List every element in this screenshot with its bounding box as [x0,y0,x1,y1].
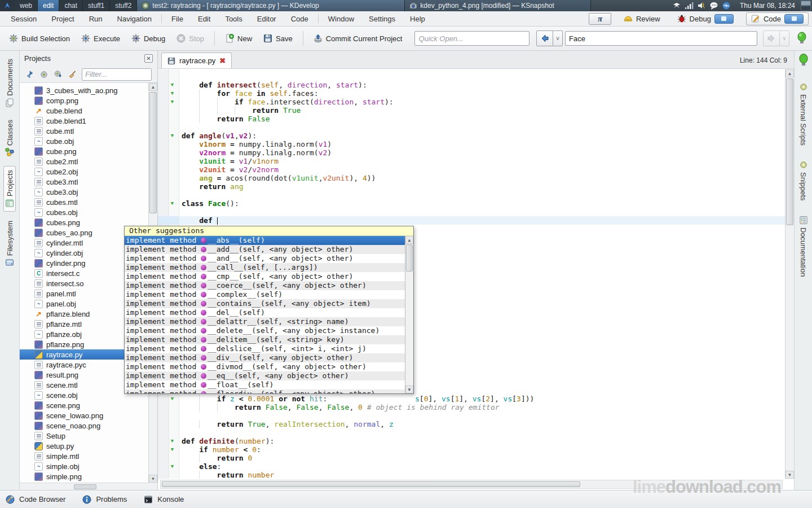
code-line[interactable] [179,428,785,437]
search-input[interactable]: Face [565,31,757,46]
moth-tray-icon[interactable] [672,1,681,10]
code-line[interactable]: ▼if number < 0: [179,445,785,454]
menu-code[interactable]: Code [284,15,316,23]
code-line[interactable]: v1norm = numpy.linalg.norm(v1) [179,140,785,148]
code-line[interactable]: return False, False, False, 0 # object i… [179,403,785,411]
completion-item[interactable]: implement method__delslice__(self, <int>… [125,344,405,353]
tree-item-simple.mtl[interactable]: simple.mtl [20,451,146,461]
menu-tools[interactable]: Tools [218,15,249,23]
tree-item-comp.png[interactable]: comp.png [20,95,146,106]
history-back-button[interactable] [536,30,553,46]
fold-marker-icon[interactable]: ▼ [167,462,177,471]
menu-run[interactable]: Run [82,15,110,23]
clean-broom-icon[interactable] [68,70,77,79]
chat-tray-icon[interactable] [709,1,718,10]
perspective-code[interactable]: Code [746,12,809,25]
scroll-thumb[interactable] [786,78,793,225]
quick-open-input[interactable]: Quick Open... [414,31,529,46]
tree-item-cubes.mtl[interactable]: cubes.mtl [20,197,146,207]
code-line[interactable] [179,123,785,132]
editor-tab-raytrace[interactable]: raytrace.py ✖ [161,52,232,68]
pi-button[interactable]: π [589,13,611,25]
quickfix-bulb-icon[interactable] [796,32,807,45]
stop-button[interactable]: Stop [172,31,209,46]
tree-item-cubes.obj[interactable]: ~cubes.obj [20,207,146,217]
completion-item[interactable]: implement method__delete__(self, <any ob… [125,326,405,335]
code-line[interactable]: ▼if face.intersect(direction, start): [179,98,785,106]
code-line[interactable]: ang = acos(round(dot(v1unit,v2unit), 4)) [179,174,785,182]
history-forward-dropdown[interactable]: ˅ [780,30,789,46]
scroll-thumb[interactable] [149,92,157,213]
volume-icon[interactable] [697,1,706,10]
debug-button[interactable]: Debug [127,31,170,46]
code-line[interactable]: ▼def angle(v1,v2): [179,132,785,140]
fold-marker-icon[interactable]: ▼ [167,199,177,208]
save-button[interactable]: Save [259,31,297,46]
tree-item-cube.png[interactable]: cube.png [20,146,146,156]
tree-item-scene_noao.png[interactable]: scene_noao.png [20,421,146,431]
code-line[interactable]: return True [179,106,785,115]
tree-item-simple.png[interactable]: simple.png [20,471,146,481]
code-line[interactable] [179,411,785,420]
tree-item-cube3.obj[interactable]: ~cube3.obj [20,187,146,197]
menu-settings[interactable]: Settings [361,15,403,23]
menu-window[interactable]: Window [321,15,361,23]
code-line[interactable]: ▼class Face(): [179,199,785,208]
fold-marker-icon[interactable]: ▼ [167,132,177,140]
completion-item[interactable]: implement method__add__(self, <any objec… [125,245,405,254]
completion-item[interactable]: implement method__call__(self, [...args]… [125,263,405,272]
taskbar-window-kdevelop[interactable]: test2: raytracing - [ raytracing/raytrac… [137,0,405,11]
tab-classes[interactable]: Classes [4,116,15,160]
taskbar-item-stuff2[interactable]: stuff2 [110,0,137,11]
close-panel-icon[interactable]: ✕ [144,54,153,63]
scroll-thumb[interactable] [406,244,413,271]
tab-documents[interactable]: Documents [4,55,15,111]
taskbar-item-chat[interactable]: chat [59,0,83,11]
tab-external-scripts[interactable]: External Scripts [799,82,808,146]
commit-button[interactable]: Commit Current Project [309,31,407,46]
scroll-up-arrow[interactable]: ▲ [405,236,413,244]
tree-item-cube.blend1[interactable]: cube.blend1 [20,116,146,126]
app-launcher-icon[interactable] [0,0,15,11]
fold-marker-icon[interactable]: ▼ [167,98,177,106]
reload-icon[interactable] [25,70,34,79]
tab-code-browser[interactable]: Code Browser [6,495,65,504]
completion-item[interactable]: implement method__eq__(self, <any object… [125,371,405,380]
history-forward-button[interactable] [763,30,780,46]
menu-help[interactable]: Help [403,15,433,23]
tree-item-cube.mtl[interactable]: cube.mtl [20,126,146,136]
completion-item[interactable]: implement method__floordiv__(self, <any … [125,389,405,393]
menu-session[interactable]: Session [3,15,44,23]
completion-item[interactable]: implement method__delattr__(self, <strin… [125,317,405,326]
fold-marker-icon[interactable]: ▼ [167,437,177,445]
tree-item-scene.png[interactable]: scene.png [20,400,146,410]
tab-problems[interactable]: Problems [82,495,127,504]
code-line[interactable]: ▼def definite(number): [179,437,785,445]
code-toolview-button[interactable] [784,14,804,24]
scroll-down-arrow[interactable]: ▼ [785,471,794,479]
menu-file[interactable]: File [164,15,191,23]
tree-item-cube2.mtl[interactable]: cube2.mtl [20,156,146,167]
tab-konsole[interactable]: Konsole [144,495,184,504]
tab-filesystem[interactable]: Filesystem [4,217,15,270]
taskbar-item-stuff1[interactable]: stuff1 [83,0,110,11]
code-line[interactable]: ▼for face in self.faces: [179,89,785,98]
history-back-dropdown[interactable]: ˅ [553,30,563,46]
completion-item[interactable]: implement method__cmp__(self, <any objec… [125,272,405,281]
menu-project[interactable]: Project [44,15,81,23]
build-gear-small-icon[interactable] [39,70,48,79]
debug-toolview-button[interactable] [714,14,734,24]
network-tray-icon[interactable] [722,1,731,10]
tree-item-simple.obj[interactable]: ~simple.obj [20,461,146,471]
menu-edit[interactable]: Edit [191,15,218,23]
new-button[interactable]: New [220,31,257,46]
code-line[interactable]: return True, realIntersection, normal, z [179,420,785,428]
completion-item[interactable]: implement method__complex__(self) [125,290,405,299]
tree-hscrollbar[interactable] [20,483,149,490]
tab-projects[interactable]: Projects [3,166,16,212]
taskbar-window-ksnapshot[interactable]: kdev_python_4.png [modified] — KSnapshot [405,0,591,11]
fold-marker-icon[interactable]: ▼ [167,89,177,98]
tree-item-scene_lowao.png[interactable]: scene_lowao.png [20,410,146,421]
code-line[interactable]: return 0 [179,454,785,462]
completion-item[interactable]: implement method__div__(self, <any objec… [125,353,405,362]
